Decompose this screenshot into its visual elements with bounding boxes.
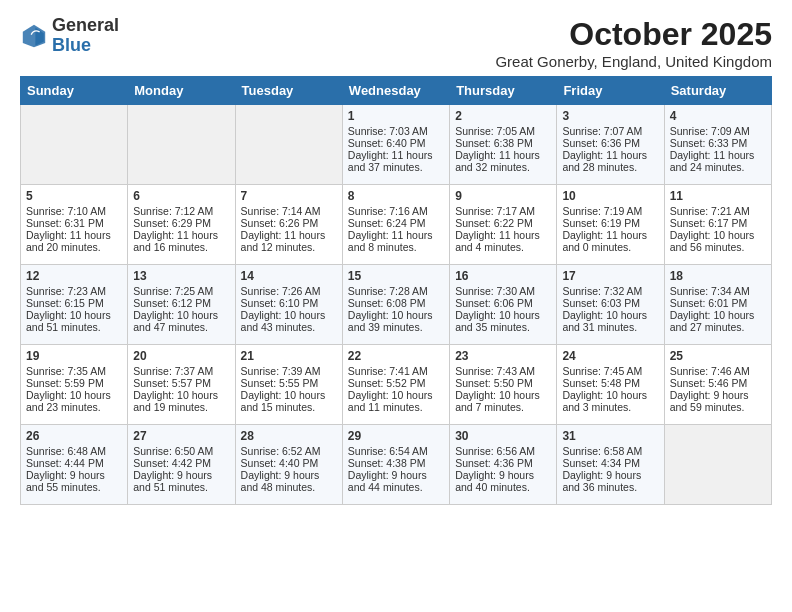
sunrise-text: Sunrise: 7:23 AM [26,285,106,297]
month-title: October 2025 [495,16,772,53]
day-number: 18 [670,269,766,283]
logo-text: General Blue [52,16,119,56]
calendar-cell [21,105,128,185]
title-block: October 2025 Great Gonerby, England, Uni… [495,16,772,70]
day-number: 29 [348,429,444,443]
daylight-label: Daylight: 10 hours and 11 minutes. [348,389,433,413]
weekday-header-row: SundayMondayTuesdayWednesdayThursdayFrid… [21,77,772,105]
weekday-monday: Monday [128,77,235,105]
day-number: 26 [26,429,122,443]
calendar-cell: 14Sunrise: 7:26 AMSunset: 6:10 PMDayligh… [235,265,342,345]
calendar-cell: 31Sunrise: 6:58 AMSunset: 4:34 PMDayligh… [557,425,664,505]
calendar-cell: 25Sunrise: 7:46 AMSunset: 5:46 PMDayligh… [664,345,771,425]
sunrise-text: Sunrise: 6:54 AM [348,445,428,457]
sunset-text: Sunset: 6:26 PM [241,217,319,229]
sunrise-text: Sunrise: 7:34 AM [670,285,750,297]
calendar-cell: 12Sunrise: 7:23 AMSunset: 6:15 PMDayligh… [21,265,128,345]
sunset-text: Sunset: 5:50 PM [455,377,533,389]
daylight-label: Daylight: 10 hours and 19 minutes. [133,389,218,413]
sunrise-text: Sunrise: 7:30 AM [455,285,535,297]
daylight-label: Daylight: 9 hours and 55 minutes. [26,469,105,493]
logo-icon [20,22,48,50]
logo-general-text: General [52,15,119,35]
calendar-cell: 21Sunrise: 7:39 AMSunset: 5:55 PMDayligh… [235,345,342,425]
day-number: 27 [133,429,229,443]
calendar-cell: 5Sunrise: 7:10 AMSunset: 6:31 PMDaylight… [21,185,128,265]
sunset-text: Sunset: 6:03 PM [562,297,640,309]
sunrise-text: Sunrise: 7:35 AM [26,365,106,377]
sunset-text: Sunset: 6:38 PM [455,137,533,149]
weekday-wednesday: Wednesday [342,77,449,105]
logo: General Blue [20,16,119,56]
day-number: 10 [562,189,658,203]
day-number: 25 [670,349,766,363]
calendar-cell: 23Sunrise: 7:43 AMSunset: 5:50 PMDayligh… [450,345,557,425]
day-number: 13 [133,269,229,283]
sunrise-text: Sunrise: 7:28 AM [348,285,428,297]
sunset-text: Sunset: 6:17 PM [670,217,748,229]
sunset-text: Sunset: 6:36 PM [562,137,640,149]
weekday-friday: Friday [557,77,664,105]
sunrise-text: Sunrise: 7:26 AM [241,285,321,297]
day-number: 12 [26,269,122,283]
calendar-cell: 29Sunrise: 6:54 AMSunset: 4:38 PMDayligh… [342,425,449,505]
day-number: 24 [562,349,658,363]
day-number: 30 [455,429,551,443]
sunset-text: Sunset: 6:19 PM [562,217,640,229]
daylight-label: Daylight: 9 hours and 44 minutes. [348,469,427,493]
week-row-1: 1Sunrise: 7:03 AMSunset: 6:40 PMDaylight… [21,105,772,185]
sunset-text: Sunset: 6:12 PM [133,297,211,309]
calendar-cell: 10Sunrise: 7:19 AMSunset: 6:19 PMDayligh… [557,185,664,265]
week-row-2: 5Sunrise: 7:10 AMSunset: 6:31 PMDaylight… [21,185,772,265]
calendar-cell: 27Sunrise: 6:50 AMSunset: 4:42 PMDayligh… [128,425,235,505]
calendar-cell: 19Sunrise: 7:35 AMSunset: 5:59 PMDayligh… [21,345,128,425]
day-number: 17 [562,269,658,283]
daylight-label: Daylight: 9 hours and 51 minutes. [133,469,212,493]
calendar-cell: 9Sunrise: 7:17 AMSunset: 6:22 PMDaylight… [450,185,557,265]
daylight-label: Daylight: 9 hours and 36 minutes. [562,469,641,493]
sunset-text: Sunset: 6:10 PM [241,297,319,309]
day-number: 23 [455,349,551,363]
sunset-text: Sunset: 4:34 PM [562,457,640,469]
sunset-text: Sunset: 6:15 PM [26,297,104,309]
week-row-3: 12Sunrise: 7:23 AMSunset: 6:15 PMDayligh… [21,265,772,345]
daylight-label: Daylight: 10 hours and 35 minutes. [455,309,540,333]
sunrise-text: Sunrise: 7:39 AM [241,365,321,377]
sunrise-text: Sunrise: 7:03 AM [348,125,428,137]
sunrise-text: Sunrise: 7:10 AM [26,205,106,217]
daylight-label: Daylight: 11 hours and 20 minutes. [26,229,111,253]
sunset-text: Sunset: 5:48 PM [562,377,640,389]
day-number: 19 [26,349,122,363]
day-number: 8 [348,189,444,203]
day-number: 20 [133,349,229,363]
sunrise-text: Sunrise: 7:25 AM [133,285,213,297]
calendar-cell: 22Sunrise: 7:41 AMSunset: 5:52 PMDayligh… [342,345,449,425]
day-number: 5 [26,189,122,203]
sunrise-text: Sunrise: 7:17 AM [455,205,535,217]
daylight-label: Daylight: 11 hours and 0 minutes. [562,229,647,253]
daylight-label: Daylight: 10 hours and 23 minutes. [26,389,111,413]
sunrise-text: Sunrise: 6:52 AM [241,445,321,457]
sunset-text: Sunset: 6:24 PM [348,217,426,229]
day-number: 14 [241,269,337,283]
sunset-text: Sunset: 4:38 PM [348,457,426,469]
daylight-label: Daylight: 11 hours and 28 minutes. [562,149,647,173]
daylight-label: Daylight: 10 hours and 43 minutes. [241,309,326,333]
day-number: 15 [348,269,444,283]
calendar-cell: 8Sunrise: 7:16 AMSunset: 6:24 PMDaylight… [342,185,449,265]
daylight-label: Daylight: 11 hours and 8 minutes. [348,229,433,253]
daylight-label: Daylight: 10 hours and 56 minutes. [670,229,755,253]
calendar-cell: 26Sunrise: 6:48 AMSunset: 4:44 PMDayligh… [21,425,128,505]
sunset-text: Sunset: 6:01 PM [670,297,748,309]
weekday-thursday: Thursday [450,77,557,105]
sunset-text: Sunset: 6:29 PM [133,217,211,229]
day-number: 7 [241,189,337,203]
day-number: 1 [348,109,444,123]
daylight-label: Daylight: 10 hours and 3 minutes. [562,389,647,413]
calendar-cell: 13Sunrise: 7:25 AMSunset: 6:12 PMDayligh… [128,265,235,345]
sunset-text: Sunset: 5:46 PM [670,377,748,389]
sunset-text: Sunset: 5:52 PM [348,377,426,389]
calendar-cell: 28Sunrise: 6:52 AMSunset: 4:40 PMDayligh… [235,425,342,505]
weekday-saturday: Saturday [664,77,771,105]
day-number: 3 [562,109,658,123]
